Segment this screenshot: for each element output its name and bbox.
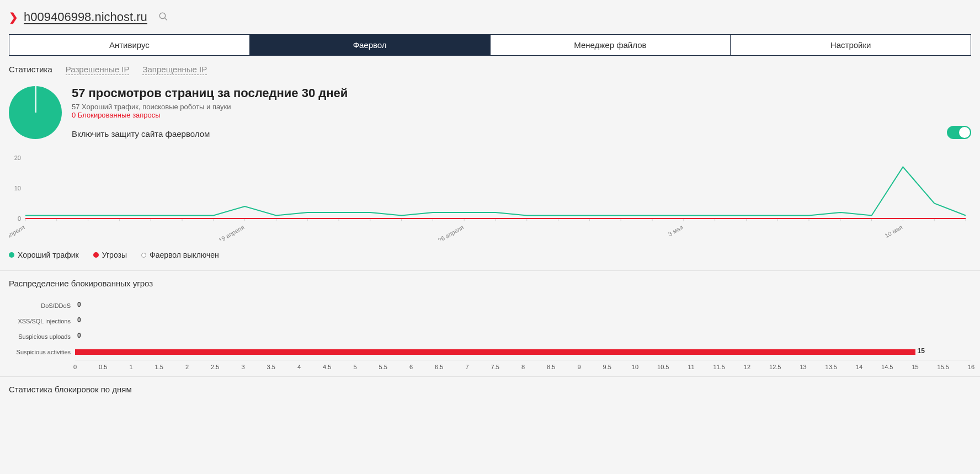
threat-row: Suspicious uploads0 — [9, 329, 971, 344]
xaxis-tick: 2.5 — [211, 364, 219, 370]
summary-blocked: 0 Блокированные запросы — [72, 111, 348, 119]
summary-heading: 57 просмотров страниц за последние 30 дн… — [72, 86, 348, 100]
threat-label: Suspicious uploads — [9, 333, 75, 340]
threat-bar-wrap: 0 — [75, 301, 971, 310]
legend-threats: Угрозы — [93, 251, 127, 259]
legend-off-label: Фаервол выключен — [150, 251, 219, 259]
svg-text:10: 10 — [14, 185, 21, 191]
threat-label: XSS/SQL injections — [9, 318, 75, 324]
xaxis-tick: 4.5 — [323, 364, 331, 370]
sub-tab-2[interactable]: Запрещенные IP — [142, 65, 207, 75]
search-icon[interactable] — [158, 12, 168, 23]
header: ❯ h009406998.nichost.ru — [0, 0, 980, 34]
threat-row: XSS/SQL injections0 — [9, 313, 971, 329]
chevron-right-icon: ❯ — [9, 10, 18, 24]
dot-green-icon — [9, 252, 14, 258]
xaxis-tick: 0 — [73, 364, 77, 370]
main-tab-0[interactable]: Антивирус — [9, 35, 250, 55]
svg-text:10 мая: 10 мая — [883, 223, 903, 239]
sub-tab-1[interactable]: Разрешенные IP — [66, 65, 130, 75]
xaxis-tick: 11 — [688, 364, 694, 370]
dot-hollow-icon — [141, 253, 146, 258]
pie-chart — [9, 86, 62, 139]
xaxis-tick: 15 — [912, 364, 918, 370]
dot-red-icon — [93, 252, 99, 258]
svg-text:26 апреля: 26 апреля — [436, 223, 465, 241]
firewall-toggle[interactable] — [947, 126, 971, 139]
threat-bar — [75, 349, 915, 355]
main-tab-3[interactable]: Настройки — [731, 35, 971, 55]
xaxis-tick: 7 — [465, 364, 468, 370]
legend-good: Хороший трафик — [9, 251, 79, 259]
chart-legend: Хороший трафик Угрозы Фаервол выключен — [0, 246, 980, 270]
xaxis-tick: 15.5 — [938, 364, 949, 370]
xaxis-tick: 12.5 — [769, 364, 781, 370]
legend-good-label: Хороший трафик — [18, 251, 79, 259]
xaxis-tick: 0.5 — [99, 364, 107, 370]
threat-label: Suspicious activities — [9, 349, 75, 355]
legend-threats-label: Угрозы — [102, 251, 127, 259]
xaxis-tick: 3.5 — [267, 364, 275, 370]
xaxis-tick: 5 — [353, 364, 356, 370]
svg-text:3 мая: 3 мая — [667, 223, 684, 237]
svg-text:19 апреля: 19 апреля — [217, 223, 246, 241]
threat-bar-wrap: 15 — [75, 348, 971, 356]
xaxis-tick: 2 — [185, 364, 189, 370]
main-tab-2[interactable]: Менеджер файлов — [491, 35, 731, 55]
svg-text:20: 20 — [14, 155, 21, 161]
threat-value: 0 — [77, 301, 81, 308]
threat-value: 15 — [918, 347, 925, 355]
threat-value: 0 — [77, 332, 81, 339]
protect-label: Включить защиту сайта фаерволом — [72, 129, 348, 139]
legend-off: Фаервол выключен — [141, 251, 219, 259]
threats-bar-chart: DoS/DDoS0XSS/SQL injections0Suspicious u… — [9, 298, 971, 373]
main-tabs: АнтивирусФаерволМенеджер файловНастройки — [9, 34, 971, 56]
xaxis-tick: 7.5 — [491, 364, 499, 370]
xaxis-tick: 13.5 — [825, 364, 837, 370]
xaxis-tick: 5.5 — [379, 364, 387, 370]
summary-good-traffic: 57 Хороший трафик, поисковые роботы и па… — [72, 103, 348, 111]
threat-value: 0 — [77, 316, 81, 324]
svg-point-0 — [159, 13, 166, 19]
xaxis-tick: 10.5 — [657, 364, 669, 370]
xaxis-tick: 6.5 — [435, 364, 443, 370]
xaxis-tick: 6 — [409, 364, 413, 370]
xaxis-tick: 8.5 — [547, 364, 555, 370]
site-title[interactable]: h009406998.nichost.ru — [24, 10, 147, 24]
xaxis-tick: 10 — [632, 364, 638, 370]
xaxis-tick: 9.5 — [603, 364, 611, 370]
threat-row: DoS/DDoS0 — [9, 298, 971, 313]
xaxis-tick: 11.5 — [713, 364, 725, 370]
xaxis-tick: 14.5 — [881, 364, 893, 370]
svg-text:12 апреля: 12 апреля — [9, 223, 26, 241]
sub-tabs: СтатистикаРазрешенные IPЗапрещенные IP — [0, 65, 980, 81]
sub-tab-0[interactable]: Статистика — [9, 65, 52, 75]
threat-row: Suspicious activities15 — [9, 344, 971, 360]
section-threats-title: Распределение блокированных угроз — [0, 270, 980, 296]
xaxis-tick: 1 — [129, 364, 132, 370]
main-tab-1[interactable]: Фаервол — [250, 35, 491, 55]
xaxis-tick: 4 — [297, 364, 301, 370]
traffic-chart: 0102012 апреля19 апреля26 апреля3 мая10 … — [9, 152, 971, 241]
summary-text: 57 просмотров страниц за последние 30 дн… — [72, 86, 348, 139]
xaxis-tick: 9 — [577, 364, 580, 370]
threat-label: DoS/DDoS — [9, 302, 75, 309]
threat-bar-wrap: 0 — [75, 317, 971, 326]
xaxis-tick: 3 — [241, 364, 244, 370]
svg-line-1 — [164, 18, 167, 20]
xaxis-tick: 8 — [521, 364, 525, 370]
xaxis-tick: 12 — [744, 364, 750, 370]
xaxis-tick: 14 — [856, 364, 862, 370]
xaxis-tick: 13 — [800, 364, 806, 370]
xaxis-tick: 1.5 — [155, 364, 163, 370]
threat-bar-wrap: 0 — [75, 332, 971, 341]
summary: 57 просмотров страниц за последние 30 дн… — [0, 81, 980, 139]
svg-text:0: 0 — [18, 215, 21, 222]
xaxis-tick: 16 — [968, 364, 974, 370]
section-daily-title: Статистика блокировок по дням — [0, 376, 980, 402]
